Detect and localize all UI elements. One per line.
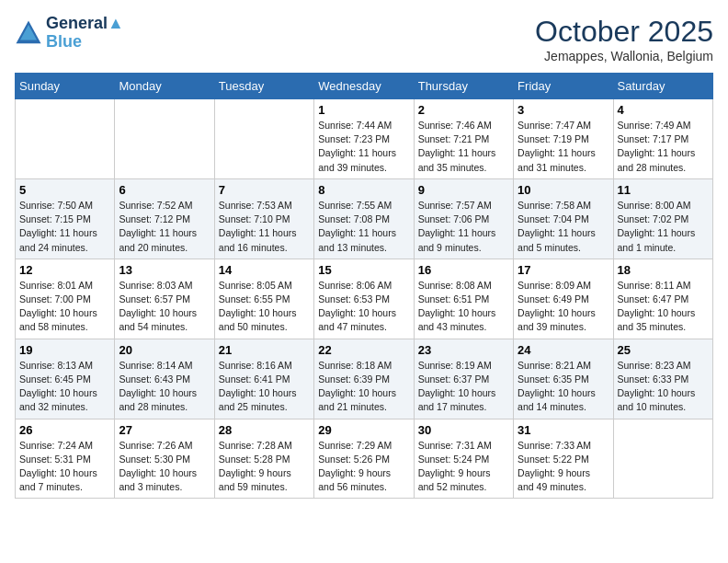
calendar-cell: 30Sunrise: 7:31 AM Sunset: 5:24 PM Dayli…: [414, 419, 513, 499]
header-wednesday: Wednesday: [314, 74, 414, 99]
calendar-cell: 28Sunrise: 7:28 AM Sunset: 5:28 PM Dayli…: [214, 419, 313, 499]
calendar-cell: 19Sunrise: 8:13 AM Sunset: 6:45 PM Dayli…: [16, 339, 115, 419]
day-number: 20: [119, 343, 210, 357]
day-info: Sunrise: 7:46 AM Sunset: 7:21 PM Dayligh…: [418, 119, 509, 175]
day-number: 25: [618, 343, 709, 357]
header-friday: Friday: [514, 74, 613, 99]
day-number: 12: [19, 263, 110, 277]
day-info: Sunrise: 8:14 AM Sunset: 6:43 PM Dayligh…: [119, 359, 210, 415]
day-number: 18: [618, 263, 709, 277]
day-info: Sunrise: 8:00 AM Sunset: 7:02 PM Dayligh…: [618, 199, 709, 255]
day-number: 24: [518, 343, 609, 357]
calendar-cell: 15Sunrise: 8:06 AM Sunset: 6:53 PM Dayli…: [314, 259, 414, 339]
calendar-week-1: 1Sunrise: 7:44 AM Sunset: 7:23 PM Daylig…: [16, 99, 713, 179]
day-number: 29: [318, 423, 409, 437]
day-info: Sunrise: 8:13 AM Sunset: 6:45 PM Dayligh…: [19, 359, 110, 415]
day-info: Sunrise: 8:06 AM Sunset: 6:53 PM Dayligh…: [318, 279, 409, 335]
header-tuesday: Tuesday: [214, 74, 313, 99]
header-saturday: Saturday: [613, 74, 712, 99]
header-sunday: Sunday: [16, 74, 115, 99]
month-title: October 2025: [535, 15, 713, 49]
calendar-cell: 23Sunrise: 8:19 AM Sunset: 6:37 PM Dayli…: [414, 339, 513, 419]
day-info: Sunrise: 8:03 AM Sunset: 6:57 PM Dayligh…: [119, 279, 210, 335]
day-info: Sunrise: 7:55 AM Sunset: 7:08 PM Dayligh…: [318, 199, 409, 255]
calendar-cell: 11Sunrise: 8:00 AM Sunset: 7:02 PM Dayli…: [613, 178, 712, 259]
calendar-cell: 10Sunrise: 7:58 AM Sunset: 7:04 PM Dayli…: [514, 178, 613, 259]
day-number: 4: [618, 103, 709, 117]
day-number: 16: [418, 263, 509, 277]
day-number: 2: [418, 103, 509, 117]
calendar-cell: 4Sunrise: 7:49 AM Sunset: 7:17 PM Daylig…: [613, 99, 712, 179]
day-number: 17: [518, 263, 609, 277]
calendar-cell: 2Sunrise: 7:46 AM Sunset: 7:21 PM Daylig…: [414, 99, 513, 179]
calendar-cell: 25Sunrise: 8:23 AM Sunset: 6:33 PM Dayli…: [613, 339, 712, 419]
day-number: 5: [19, 183, 110, 197]
day-info: Sunrise: 8:16 AM Sunset: 6:41 PM Dayligh…: [219, 359, 310, 415]
day-number: 7: [219, 183, 310, 197]
day-info: Sunrise: 8:05 AM Sunset: 6:55 PM Dayligh…: [219, 279, 310, 335]
calendar-cell: 3Sunrise: 7:47 AM Sunset: 7:19 PM Daylig…: [514, 99, 613, 179]
day-number: 3: [518, 103, 609, 117]
calendar-header-row: SundayMondayTuesdayWednesdayThursdayFrid…: [16, 74, 713, 99]
calendar-cell: 16Sunrise: 8:08 AM Sunset: 6:51 PM Dayli…: [414, 259, 513, 339]
calendar-cell: 26Sunrise: 7:24 AM Sunset: 5:31 PM Dayli…: [16, 419, 115, 499]
day-number: 26: [19, 423, 110, 437]
day-number: 22: [318, 343, 409, 357]
calendar-cell: 21Sunrise: 8:16 AM Sunset: 6:41 PM Dayli…: [214, 339, 313, 419]
calendar-cell: 17Sunrise: 8:09 AM Sunset: 6:49 PM Dayli…: [514, 259, 613, 339]
day-number: 11: [618, 183, 709, 197]
day-info: Sunrise: 7:28 AM Sunset: 5:28 PM Dayligh…: [219, 439, 310, 495]
calendar-cell: 18Sunrise: 8:11 AM Sunset: 6:47 PM Dayli…: [613, 259, 712, 339]
calendar-week-4: 19Sunrise: 8:13 AM Sunset: 6:45 PM Dayli…: [16, 339, 713, 419]
calendar-week-3: 12Sunrise: 8:01 AM Sunset: 7:00 PM Dayli…: [16, 259, 713, 339]
day-info: Sunrise: 8:11 AM Sunset: 6:47 PM Dayligh…: [618, 279, 709, 335]
day-number: 13: [119, 263, 210, 277]
calendar-cell: [115, 99, 214, 179]
day-number: 27: [119, 423, 210, 437]
day-info: Sunrise: 8:01 AM Sunset: 7:00 PM Dayligh…: [19, 279, 110, 335]
day-number: 9: [418, 183, 509, 197]
day-number: 21: [219, 343, 310, 357]
day-info: Sunrise: 7:33 AM Sunset: 5:22 PM Dayligh…: [518, 439, 609, 495]
day-info: Sunrise: 7:47 AM Sunset: 7:19 PM Dayligh…: [518, 119, 609, 175]
calendar-cell: 24Sunrise: 8:21 AM Sunset: 6:35 PM Dayli…: [514, 339, 613, 419]
day-number: 15: [318, 263, 409, 277]
location-subtitle: Jemappes, Wallonia, Belgium: [535, 49, 713, 63]
day-number: 23: [418, 343, 509, 357]
calendar-week-2: 5Sunrise: 7:50 AM Sunset: 7:15 PM Daylig…: [16, 178, 713, 259]
day-info: Sunrise: 8:21 AM Sunset: 6:35 PM Dayligh…: [518, 359, 609, 415]
calendar-cell: 6Sunrise: 7:52 AM Sunset: 7:12 PM Daylig…: [115, 178, 214, 259]
calendar-cell: 22Sunrise: 8:18 AM Sunset: 6:39 PM Dayli…: [314, 339, 414, 419]
calendar-cell: 12Sunrise: 8:01 AM Sunset: 7:00 PM Dayli…: [16, 259, 115, 339]
calendar-cell: 7Sunrise: 7:53 AM Sunset: 7:10 PM Daylig…: [214, 178, 313, 259]
calendar-cell: 27Sunrise: 7:26 AM Sunset: 5:30 PM Dayli…: [115, 419, 214, 499]
calendar-cell: [16, 99, 115, 179]
day-number: 1: [318, 103, 409, 117]
calendar-cell: 29Sunrise: 7:29 AM Sunset: 5:26 PM Dayli…: [314, 419, 414, 499]
calendar-table: SundayMondayTuesdayWednesdayThursdayFrid…: [15, 73, 713, 499]
day-number: 10: [518, 183, 609, 197]
calendar-cell: 8Sunrise: 7:55 AM Sunset: 7:08 PM Daylig…: [314, 178, 414, 259]
day-info: Sunrise: 7:26 AM Sunset: 5:30 PM Dayligh…: [119, 439, 210, 495]
page-header: General▲ Blue October 2025 Jemappes, Wal…: [15, 15, 713, 63]
calendar-cell: 31Sunrise: 7:33 AM Sunset: 5:22 PM Dayli…: [514, 419, 613, 499]
calendar-cell: 9Sunrise: 7:57 AM Sunset: 7:06 PM Daylig…: [414, 178, 513, 259]
day-info: Sunrise: 8:08 AM Sunset: 6:51 PM Dayligh…: [418, 279, 509, 335]
day-number: 31: [518, 423, 609, 437]
day-info: Sunrise: 7:24 AM Sunset: 5:31 PM Dayligh…: [19, 439, 110, 495]
calendar-week-5: 26Sunrise: 7:24 AM Sunset: 5:31 PM Dayli…: [16, 419, 713, 499]
day-number: 30: [418, 423, 509, 437]
day-info: Sunrise: 7:50 AM Sunset: 7:15 PM Dayligh…: [19, 199, 110, 255]
day-info: Sunrise: 7:52 AM Sunset: 7:12 PM Dayligh…: [119, 199, 210, 255]
calendar-cell: [613, 419, 712, 499]
day-info: Sunrise: 7:31 AM Sunset: 5:24 PM Dayligh…: [418, 439, 509, 495]
day-number: 6: [119, 183, 210, 197]
header-thursday: Thursday: [414, 74, 513, 99]
day-info: Sunrise: 8:09 AM Sunset: 6:49 PM Dayligh…: [518, 279, 609, 335]
day-info: Sunrise: 7:49 AM Sunset: 7:17 PM Dayligh…: [618, 119, 709, 175]
day-number: 19: [19, 343, 110, 357]
day-info: Sunrise: 7:57 AM Sunset: 7:06 PM Dayligh…: [418, 199, 509, 255]
calendar-cell: [214, 99, 313, 179]
logo-text: General▲ Blue: [46, 15, 124, 52]
day-number: 14: [219, 263, 310, 277]
